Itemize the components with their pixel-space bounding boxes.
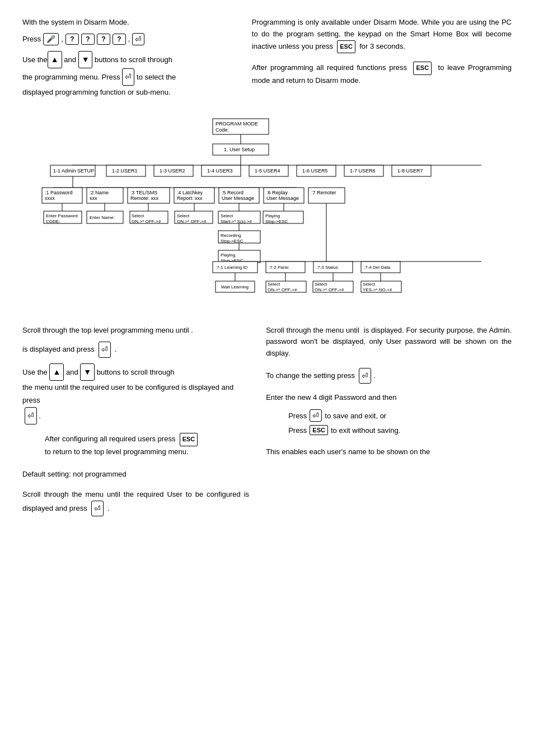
svg-text:Wait Learning: Wait Learning xyxy=(221,284,249,290)
svg-text::1 Password: :1 Password xyxy=(45,190,73,195)
down-key-2: ▼ xyxy=(80,363,95,381)
svg-text:1-2 USER1: 1-2 USER1 xyxy=(112,168,138,174)
svg-text:xxxx: xxxx xyxy=(45,195,55,201)
page-content: With the system in Disarm Mode. Press 🎤 … xyxy=(22,17,512,516)
down-key: ▼ xyxy=(78,51,93,68)
up-key: ▲ xyxy=(48,51,62,68)
svg-text:xxx: xxx xyxy=(90,195,97,201)
enter-key-4: ⏎ xyxy=(25,407,37,424)
this-enables-line: This enables each user's name to be show… xyxy=(266,446,512,458)
col-left: With the system in Disarm Mode. Press 🎤 … xyxy=(22,17,235,105)
svg-text:CODE:: CODE: xyxy=(46,219,60,224)
scroll-menu-line: Scroll through the menu until the requir… xyxy=(22,489,249,516)
svg-text::4 Latchkey: :4 Latchkey xyxy=(177,190,203,195)
svg-text:Report: xxx: Report: xxx xyxy=(177,195,203,201)
default-setting: Default setting: not programmed xyxy=(22,469,249,480)
enter-new-line: Enter the new 4 digit Password and then xyxy=(266,392,512,404)
buttons-text: buttons to scroll through xyxy=(95,53,172,66)
enter-key-1: ⏎ xyxy=(132,33,144,45)
after-config-line: After configuring all required users pre… xyxy=(45,433,249,446)
scroll-until-line: Scroll through the menu until is display… xyxy=(266,325,512,360)
to-select-text: to select the xyxy=(137,71,176,83)
svg-text:Remote: xxx: Remote: xxx xyxy=(130,195,159,201)
svg-text:ON->*   OFF->#: ON->* OFF-># xyxy=(315,287,344,292)
enter-key-5: ⏎ xyxy=(91,501,104,516)
svg-text:Recording: Recording xyxy=(221,233,241,238)
use-label: Use the xyxy=(22,53,48,66)
to-change-line: To change the setting press ⏎ . xyxy=(266,368,512,384)
press-line: Press 🎤 , ? ? ? ? , ⏎ xyxy=(22,33,235,45)
and-text-1: and xyxy=(64,53,76,66)
svg-text:1. User Setup: 1. User Setup xyxy=(224,147,255,152)
svg-text:1-4 USER3: 1-4 USER3 xyxy=(207,168,233,174)
svg-text::5 Record: :5 Record xyxy=(222,190,243,195)
svg-text:1-5 USER4: 1-5 USER4 xyxy=(255,168,280,174)
q3-key: ? xyxy=(97,34,110,45)
enter-key-3: ⏎ xyxy=(99,342,111,357)
programming-menu-text: the programming menu. Press xyxy=(22,71,120,83)
svg-text::7-1 Learning ID: :7-1 Learning ID xyxy=(216,265,248,270)
svg-text:User Message: User Message xyxy=(222,195,254,201)
esc-key-4: ESC xyxy=(310,425,328,435)
svg-text:ON->*   OFF->#: ON->* OFF-># xyxy=(132,219,161,224)
use-line: Use the ▲ and ▼ buttons to scroll throug… xyxy=(22,51,235,99)
svg-text:1-8 USER7: 1-8 USER7 xyxy=(397,168,423,174)
q2-key: ? xyxy=(81,34,95,45)
svg-text:Stop->ESC: Stop->ESC xyxy=(265,219,288,224)
up-key-2: ▲ xyxy=(49,363,64,381)
program-diagram: .box { fill: white; stroke: black; strok… xyxy=(22,116,515,312)
scroll-top-text: Scroll through the top level programming… xyxy=(22,325,249,337)
col-right: Programming is only available under Disa… xyxy=(252,17,512,105)
svg-text::2 Name: :2 Name xyxy=(90,190,109,195)
svg-text:YES->*    NO->#: YES->* NO-># xyxy=(363,287,392,292)
bottom-section: Scroll through the top level programming… xyxy=(22,325,512,517)
top-right-para1: Programming is only available under Disa… xyxy=(252,17,512,53)
enter-key-7: ⏎ xyxy=(310,409,322,422)
svg-text:1-6 USER5: 1-6 USER5 xyxy=(302,168,328,174)
svg-text:ON->*   OFF->#: ON->* OFF-># xyxy=(177,219,207,224)
svg-text:1-7 USER6: 1-7 USER6 xyxy=(350,168,376,174)
esc-key-1: ESC xyxy=(337,40,355,54)
svg-text:1-1 Admin SETUP: 1-1 Admin SETUP xyxy=(53,168,94,174)
press-save-line: Press ⏎ to save and exit, or Press ESC t… xyxy=(288,409,512,435)
svg-text:1-3 USER2: 1-3 USER2 xyxy=(160,168,185,174)
svg-text::7-4 Del Data: :7-4 Del Data xyxy=(364,265,391,270)
svg-text:Enter Name:: Enter Name: xyxy=(90,215,115,220)
enter-key-6: ⏎ xyxy=(359,368,371,384)
q1-key: ? xyxy=(65,34,79,45)
svg-text:Enter Password:: Enter Password: xyxy=(46,213,79,218)
svg-text::7-2 Panic: :7-2 Panic xyxy=(269,265,289,270)
svg-text:Playing: Playing xyxy=(265,213,280,218)
svg-text::7 Remoter: :7 Remoter xyxy=(311,190,336,195)
bottom-left: Scroll through the top level programming… xyxy=(22,325,249,517)
use-line-2: Use the ▲ and ▼ buttons to scroll throug… xyxy=(22,363,249,424)
to-return-line: to return to the top level programming m… xyxy=(45,446,249,458)
mic-key: 🎤 xyxy=(43,33,59,45)
svg-text:Select: Select xyxy=(268,282,280,287)
svg-text:Stop->ESC: Stop->ESC xyxy=(221,239,243,244)
svg-text:Select: Select xyxy=(177,213,190,218)
svg-text::3 TEL/SMS: :3 TEL/SMS xyxy=(130,190,157,195)
svg-text:Select: Select xyxy=(363,282,376,287)
svg-text::7-3 Status: :7-3 Status xyxy=(316,265,338,270)
top-section: With the system in Disarm Mode. Press 🎤 … xyxy=(22,17,512,105)
svg-text:Playing: Playing xyxy=(221,253,235,258)
svg-text:PROGRAM MODE: PROGRAM MODE xyxy=(216,121,258,127)
svg-text:ON->*   OFF->#: ON->* OFF-># xyxy=(268,287,297,292)
svg-text:Select: Select xyxy=(315,282,327,287)
svg-text:User Message: User Message xyxy=(266,195,299,201)
displayed-function-text: displayed programming function or sub-me… xyxy=(22,86,170,99)
q4-key: ? xyxy=(113,34,126,45)
top-right-para2: After programming all required functions… xyxy=(252,62,512,86)
diagram-section: .box { fill: white; stroke: black; strok… xyxy=(22,116,512,314)
svg-text::6 Replay: :6 Replay xyxy=(266,190,288,195)
bottom-right: Scroll through the menu until is display… xyxy=(266,325,512,517)
enter-key-2: ⏎ xyxy=(122,68,134,86)
svg-text:Code:: Code: xyxy=(216,127,229,133)
esc-key-2: ESC xyxy=(413,62,432,75)
svg-text:Select: Select xyxy=(132,213,144,218)
disarm-line: With the system in Disarm Mode. xyxy=(22,17,235,29)
press-label: Press xyxy=(22,35,41,43)
esc-key-3: ESC xyxy=(180,433,198,446)
svg-text:Start->*  S(s)->#: Start->* S(s)-># xyxy=(221,219,252,224)
